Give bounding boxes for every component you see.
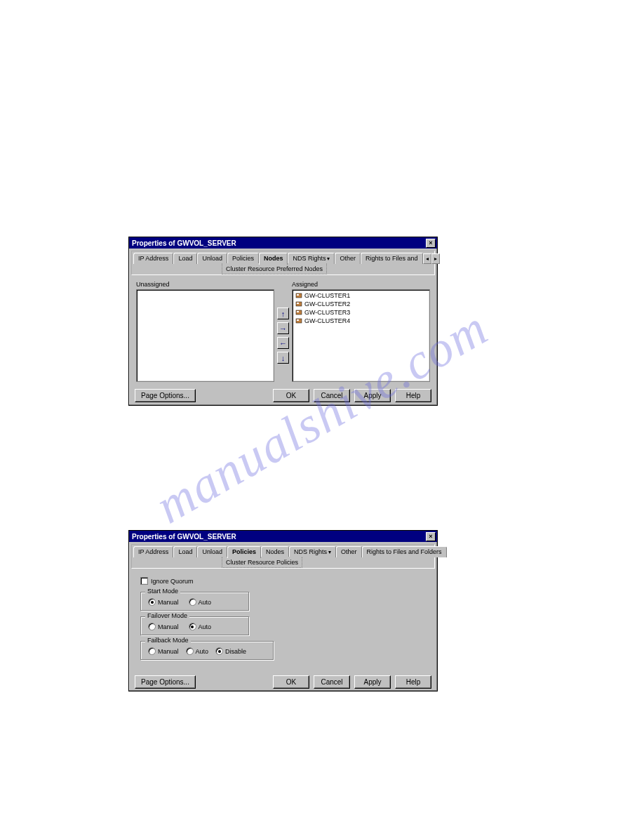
tab-rights-files[interactable]: Rights to Files and Folders xyxy=(362,546,447,557)
fieldset-legend: Failback Mode xyxy=(145,637,191,644)
tab-row: IP Address Load Unload Policies Nodes ND… xyxy=(133,253,433,264)
radio-label: Manual xyxy=(158,599,179,606)
move-down-button[interactable]: ↓ xyxy=(277,352,289,364)
move-left-button[interactable]: ← xyxy=(277,337,289,349)
assigned-label: Assigned xyxy=(292,281,430,288)
help-button[interactable]: Help xyxy=(395,389,431,402)
radio-group: Manual Auto xyxy=(148,623,241,630)
radio-icon xyxy=(148,598,156,606)
radio-dot-icon xyxy=(218,650,221,653)
radio-group: Manual Auto Disable xyxy=(148,647,266,655)
radio-manual[interactable]: Manual xyxy=(148,623,179,630)
radio-dot-icon xyxy=(191,626,194,628)
failover-mode-fieldset: Failover Mode Manual Auto xyxy=(140,616,249,635)
radio-disable[interactable]: Disable xyxy=(215,647,246,655)
properties-dialog-nodes: Properties of GWVOL_SERVER × IP Address … xyxy=(128,237,438,406)
ok-button[interactable]: OK xyxy=(273,675,309,689)
titlebar: Properties of GWVOL_SERVER × xyxy=(129,237,437,249)
tab-load[interactable]: Load xyxy=(173,253,197,264)
radio-label: Auto xyxy=(199,623,212,630)
page-options-button[interactable]: Page Options... xyxy=(135,675,196,689)
radio-manual[interactable]: Manual xyxy=(148,647,179,655)
tab-row: IP Address Load Unload Policies Nodes ND… xyxy=(133,546,433,557)
tab-unload[interactable]: Unload xyxy=(197,253,227,264)
tab-rights-files[interactable]: Rights to Files and xyxy=(361,253,423,264)
item-label: GW-CLUSTER1 xyxy=(304,292,350,299)
radio-label: Disable xyxy=(225,648,246,655)
page-options-button[interactable]: Page Options... xyxy=(135,389,196,402)
item-label: GW-CLUSTER3 xyxy=(304,309,350,316)
radio-label: Auto xyxy=(199,599,212,606)
tab-policies[interactable]: Policies xyxy=(227,253,259,264)
tab-unload[interactable]: Unload xyxy=(197,546,227,557)
list-item[interactable]: GW-CLUSTER4 xyxy=(294,317,428,325)
move-right-button[interactable]: → xyxy=(277,322,289,334)
svg-rect-5 xyxy=(297,311,299,312)
ignore-quorum-checkbox[interactable]: Ignore Quorum xyxy=(140,577,426,585)
tab-label: NDS Rights xyxy=(294,548,327,555)
tab-ip-address[interactable]: IP Address xyxy=(133,546,173,557)
server-icon xyxy=(295,317,302,324)
unassigned-listbox[interactable] xyxy=(136,289,274,382)
close-button[interactable]: × xyxy=(426,239,436,248)
tab-scroll-right[interactable]: ▸ xyxy=(431,253,440,264)
button-row: Page Options... OK Cancel Apply Help xyxy=(129,673,437,693)
unassigned-column: Unassigned xyxy=(136,281,274,382)
dropdown-icon: ▾ xyxy=(327,256,330,262)
assigned-listbox[interactable]: GW-CLUSTER1 GW-CLUSTER2 GW-CLUSTER3 GW-C… xyxy=(292,289,430,382)
arrow-right-icon: → xyxy=(279,324,287,333)
apply-button[interactable]: Apply xyxy=(354,675,391,689)
radio-auto[interactable]: Auto xyxy=(189,598,212,606)
ok-button[interactable]: OK xyxy=(273,389,309,402)
tab-other[interactable]: Other xyxy=(335,253,361,264)
radio-group: Manual Auto xyxy=(148,598,241,606)
tab-policies[interactable]: Policies xyxy=(227,546,261,558)
radio-icon xyxy=(148,647,156,655)
tabs-container: IP Address Load Unload Policies Nodes ND… xyxy=(131,251,435,275)
help-button[interactable]: Help xyxy=(395,675,431,689)
list-section: Unassigned ↑ → ← ↓ Assigned GW-CLUSTER1 xyxy=(136,281,430,382)
window-title: Properties of GWVOL_SERVER xyxy=(132,239,236,247)
subtab-preferred-nodes[interactable]: Cluster Resource Preferred Nodes xyxy=(222,263,327,274)
titlebar: Properties of GWVOL_SERVER × xyxy=(129,531,437,542)
tab-scroll-left[interactable]: ◂ xyxy=(423,253,431,264)
tab-nodes[interactable]: Nodes xyxy=(261,546,289,557)
tab-nodes[interactable]: Nodes xyxy=(259,253,288,265)
tabs-container: IP Address Load Unload Policies Nodes ND… xyxy=(131,544,435,569)
tab-label: NDS Rights xyxy=(293,255,326,262)
assigned-column: Assigned GW-CLUSTER1 GW-CLUSTER2 GW-CLUS… xyxy=(292,281,430,382)
close-button[interactable]: × xyxy=(426,532,436,541)
failback-mode-fieldset: Failback Mode Manual Auto Disable xyxy=(140,641,274,660)
item-label: GW-CLUSTER4 xyxy=(304,317,350,324)
arrow-left-icon: ← xyxy=(279,339,287,348)
tab-load[interactable]: Load xyxy=(173,546,197,557)
list-item[interactable]: GW-CLUSTER3 xyxy=(294,308,428,317)
radio-manual[interactable]: Manual xyxy=(148,598,179,606)
cancel-button[interactable]: Cancel xyxy=(314,675,350,689)
fieldset-legend: Start Mode xyxy=(145,588,180,595)
tab-nds-rights[interactable]: NDS Rights▾ xyxy=(288,253,335,264)
tab-other[interactable]: Other xyxy=(336,546,362,557)
cancel-button[interactable]: Cancel xyxy=(314,389,350,402)
move-up-button[interactable]: ↑ xyxy=(277,307,289,319)
arrow-column: ↑ → ← ↓ xyxy=(277,307,289,364)
arrow-up-icon: ↑ xyxy=(281,310,286,318)
close-icon: × xyxy=(429,533,432,540)
server-icon xyxy=(295,292,302,299)
subtab-row: Cluster Resource Preferred Nodes xyxy=(222,263,433,274)
dropdown-icon: ▾ xyxy=(328,549,331,555)
tab-ip-address[interactable]: IP Address xyxy=(133,253,173,264)
checkbox-label: Ignore Quorum xyxy=(151,578,194,585)
arrow-down-icon: ↓ xyxy=(281,354,286,362)
apply-button[interactable]: Apply xyxy=(354,389,391,402)
list-item[interactable]: GW-CLUSTER1 xyxy=(294,291,428,300)
radio-icon xyxy=(189,598,196,606)
radio-dot-icon xyxy=(151,601,154,604)
radio-icon xyxy=(148,623,156,630)
properties-dialog-policies: Properties of GWVOL_SERVER × IP Address … xyxy=(128,530,438,691)
tab-nds-rights[interactable]: NDS Rights▾ xyxy=(289,546,336,557)
radio-auto[interactable]: Auto xyxy=(186,647,209,655)
subtab-resource-policies[interactable]: Cluster Resource Policies xyxy=(222,557,302,568)
list-item[interactable]: GW-CLUSTER2 xyxy=(294,300,428,308)
radio-auto[interactable]: Auto xyxy=(189,623,212,630)
